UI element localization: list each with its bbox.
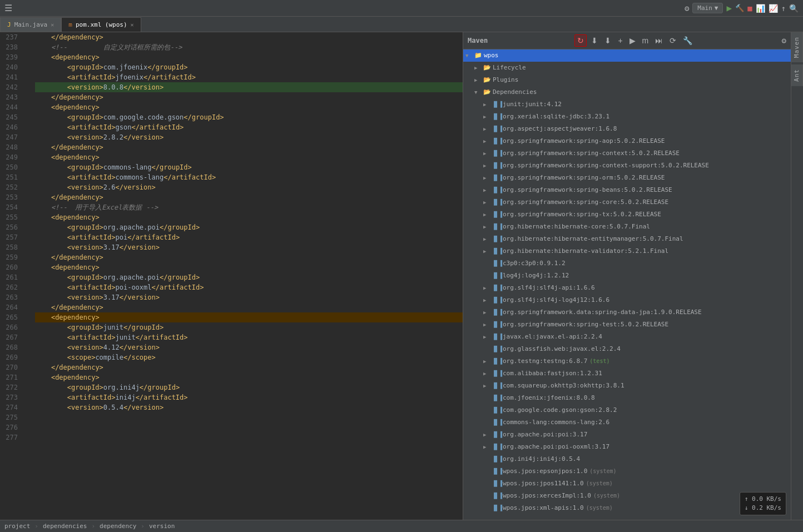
coverage-icon[interactable]: 📊 <box>756 4 765 13</box>
code-line[interactable]: </dependency> <box>35 302 463 312</box>
tab-main-java-close[interactable]: ✕ <box>51 22 54 28</box>
code-line[interactable]: <groupId>org.apache.poi</groupId> <box>35 222 463 232</box>
maven-tree-item-dep-javax-el[interactable]: ▶▐▌▐javax.el:javax.el-api:2.2.4 <box>463 331 791 343</box>
maven-m-button[interactable]: m <box>640 35 651 46</box>
maven-tree-item-dep-okhttp[interactable]: ▶▐▌▐com.squareup.okhttp3:okhttp:3.8.1 <box>463 380 791 392</box>
code-line[interactable]: <dependency> <box>35 212 463 222</box>
maven-tree-item-dep-poi[interactable]: ▶▐▌▐org.apache.poi:poi:3.17 <box>463 429 791 441</box>
maven-download-button[interactable]: ⬇ <box>589 35 600 46</box>
hamburger-icon[interactable]: ☰ <box>4 3 12 13</box>
code-line[interactable]: <groupId>junit</groupId> <box>35 322 463 332</box>
code-line[interactable]: <!-- 用于导入Excel表数据 --> <box>35 202 463 212</box>
maven-download-docs-button[interactable]: ⬇ <box>602 35 613 46</box>
maven-tree-item-dep-gson[interactable]: ▐▌▐com.google.code.gson:gson:2.8.2 <box>463 404 791 416</box>
maven-tree-item-dep-hibernate-core[interactable]: ▶▐▌▐org.hibernate:hibernate-core:5.0.7.F… <box>463 221 791 233</box>
code-line[interactable]: </dependency> <box>35 362 463 372</box>
code-line[interactable]: <groupId>org.ini4j</groupId> <box>35 382 463 392</box>
code-line[interactable]: <artifactId>ini4j</artifactId> <box>35 392 463 402</box>
maven-tree-item-dep-commons-lang[interactable]: ▐▌▐commons-lang:commons-lang:2.6 <box>463 416 791 429</box>
code-line[interactable]: <version>4.12</version> <box>35 342 463 352</box>
code-line[interactable]: </dependency> <box>35 92 463 102</box>
maven-tree[interactable]: ▼📁wpos▶📂Lifecycle▶📂Plugins▼📂Dependencies… <box>463 49 791 520</box>
code-line[interactable]: <groupId>com.google.code.gson</groupId> <box>35 112 463 122</box>
code-line[interactable]: <!-- 自定义对话框所需的包--> <box>35 42 463 52</box>
run-icon[interactable]: ▶ <box>726 3 732 13</box>
maven-tree-item-dep-c3p0[interactable]: ▐▌▐c3p0:c3p0:0.9.1.2 <box>463 257 791 270</box>
maven-tree-item-dep-log4j[interactable]: ▐▌▐log4j:log4j:1.2.12 <box>463 270 791 282</box>
maven-sidebar-tab[interactable]: Maven <box>791 32 803 62</box>
maven-tree-item-plugins[interactable]: ▶📂Plugins <box>463 74 791 86</box>
maven-tree-item-dep-aspectj[interactable]: ▶▐▌▐org.aspectj:aspectjweaver:1.6.8 <box>463 123 791 135</box>
maven-tree-item-dep-slf4j-log4j[interactable]: ▶▐▌▐org.slf4j:slf4j-log4j12:1.6.6 <box>463 294 791 306</box>
build-icon[interactable]: 🔨 <box>735 4 744 12</box>
stop-icon[interactable]: ■ <box>747 4 752 13</box>
breadcrumb-dependency[interactable]: dependency <box>100 523 136 530</box>
code-line[interactable]: </dependency> <box>35 192 463 202</box>
code-line[interactable]: <version>2.8.2</version> <box>35 132 463 142</box>
maven-tree-item-dependencies[interactable]: ▼📂Dependencies <box>463 86 791 98</box>
code-line[interactable]: <dependency> <box>35 152 463 162</box>
code-line[interactable]: </dependency> <box>35 32 463 42</box>
maven-tree-item-dep-spring-data-jpa[interactable]: ▶▐▌▐org.springframework.data:spring-data… <box>463 306 791 319</box>
code-line[interactable]: <artifactId>gson</artifactId> <box>35 122 463 132</box>
editor-content[interactable]: 2372382392402412422432442452462472482492… <box>0 32 463 520</box>
maven-tree-item-dep-epsonj[interactable]: ▐▌▐wpos.jpos:epsonjpos:1.0(system) <box>463 465 791 478</box>
maven-tree-item-dep-spring-context-support[interactable]: ▶▐▌▐org.springframework:spring-context-s… <box>463 160 791 172</box>
maven-tree-item-dep-poi-ooxml[interactable]: ▶▐▌▐org.apache.poi:poi-ooxml:3.17 <box>463 441 791 453</box>
maven-tree-item-dep-glassfish[interactable]: ▐▌▐org.glassfish.web:javax.el:2.2.4 <box>463 343 791 355</box>
maven-tree-item-lifecycle[interactable]: ▶📂Lifecycle <box>463 62 791 74</box>
maven-tree-item-dep-fastjson[interactable]: ▶▐▌▐com.alibaba:fastjson:1.2.31 <box>463 367 791 380</box>
code-line[interactable]: <artifactId>commons-lang</artifactId> <box>35 172 463 182</box>
maven-tree-item-dep-ini4j[interactable]: ▐▌▐org.ini4j:ini4j:0.5.4 <box>463 453 791 465</box>
maven-tree-item-dep-spring-aop[interactable]: ▶▐▌▐org.springframework:spring-aop:5.0.2… <box>463 135 791 147</box>
code-line[interactable]: <dependency> <box>35 312 463 322</box>
code-line[interactable]: <artifactId>junit</artifactId> <box>35 332 463 342</box>
code-line[interactable]: <version>0.5.4</version> <box>35 402 463 412</box>
maven-run-button[interactable]: ▶ <box>627 35 638 46</box>
maven-tree-item-dep-jfoenix[interactable]: ▐▌▐com.jfoenix:jfoenix:8.0.8 <box>463 392 791 404</box>
vcs-icon[interactable]: ↑ <box>781 4 786 13</box>
code-line[interactable]: <artifactId>poi</artifactId> <box>35 232 463 242</box>
maven-add-button[interactable]: + <box>616 35 624 46</box>
maven-tree-item-dep-spring-beans[interactable]: ▶▐▌▐org.springframework:spring-beans:5.0… <box>463 184 791 196</box>
code-line[interactable]: <version>2.6</version> <box>35 182 463 192</box>
maven-tree-item-dep-spring-core[interactable]: ▶▐▌▐org.springframework:spring-core:5.0.… <box>463 196 791 208</box>
code-line[interactable]: <scope>compile</scope> <box>35 352 463 362</box>
maven-tree-item-dep-testng[interactable]: ▶▐▌▐org.testng:testng:6.8.7(test) <box>463 355 791 367</box>
run-config-selector[interactable]: Main ▼ <box>692 3 723 13</box>
tab-pom-xml-close[interactable]: ✕ <box>131 22 134 28</box>
profiler-icon[interactable]: 📈 <box>769 4 778 13</box>
code-line[interactable]: <version>3.17</version> <box>35 292 463 302</box>
maven-toggle-button[interactable]: ⟳ <box>667 35 678 46</box>
code-line[interactable]: </dependency> <box>35 142 463 152</box>
maven-tree-item-dep-xerial[interactable]: ▶▐▌▐org.xerial:sqlite-jdbc:3.23.1 <box>463 111 791 123</box>
maven-settings-button[interactable]: 🔧 <box>681 35 695 46</box>
maven-tree-item-dep-slf4j-api[interactable]: ▶▐▌▐org.slf4j:slf4j-api:1.6.6 <box>463 282 791 294</box>
maven-tree-item-dep-spring-test[interactable]: ▶▐▌▐org.springframework:spring-test:5.0.… <box>463 319 791 331</box>
maven-tree-root[interactable]: ▼📁wpos <box>463 49 791 62</box>
code-line[interactable]: <groupId>com.jfoenix</groupId> <box>35 62 463 72</box>
search-icon[interactable]: 🔍 <box>789 4 799 13</box>
tab-pom-xml[interactable]: m pom.xml (wpos) ✕ <box>61 17 141 32</box>
breadcrumb-version[interactable]: version <box>149 523 175 530</box>
breadcrumb-project[interactable]: project <box>4 523 30 530</box>
code-line[interactable]: <version>3.17</version> <box>35 242 463 252</box>
breadcrumb-dependencies[interactable]: dependencies <box>43 523 87 530</box>
code-line[interactable]: </dependency> <box>35 252 463 262</box>
maven-refresh-button[interactable]: ↻ <box>574 34 587 47</box>
code-line[interactable]: <artifactId>poi-ooxml</artifactId> <box>35 282 463 292</box>
code-line[interactable]: <groupId>org.apache.poi</groupId> <box>35 272 463 282</box>
settings-icon[interactable]: ⚙ <box>685 4 689 13</box>
maven-tree-item-dep-hibernate-validator[interactable]: ▶▐▌▐org.hibernate:hibernate-validator:5.… <box>463 245 791 257</box>
maven-skip-button[interactable]: ⏭ <box>653 35 665 46</box>
maven-panel-settings[interactable]: ⚙ <box>782 36 786 45</box>
tab-main-java[interactable]: J Main.java ✕ <box>0 17 61 32</box>
code-line[interactable]: <dependency> <box>35 102 463 112</box>
code-line[interactable]: <version>8.0.8</version> <box>35 82 463 92</box>
code-line[interactable]: <artifactId>jfoenix</artifactId> <box>35 72 463 82</box>
maven-tree-item-dep-hibernate-entitymanager[interactable]: ▶▐▌▐org.hibernate:hibernate-entitymanage… <box>463 233 791 245</box>
code-line[interactable]: <dependency> <box>35 372 463 382</box>
maven-tree-item-dep-jpos1141[interactable]: ▐▌▐wpos.jpos:jpos1141:1.0(system) <box>463 478 791 490</box>
maven-tree-item-dep-spring-orm[interactable]: ▶▐▌▐org.springframework:spring-orm:5.0.2… <box>463 172 791 184</box>
code-line[interactable]: <groupId>commons-lang</groupId> <box>35 162 463 172</box>
